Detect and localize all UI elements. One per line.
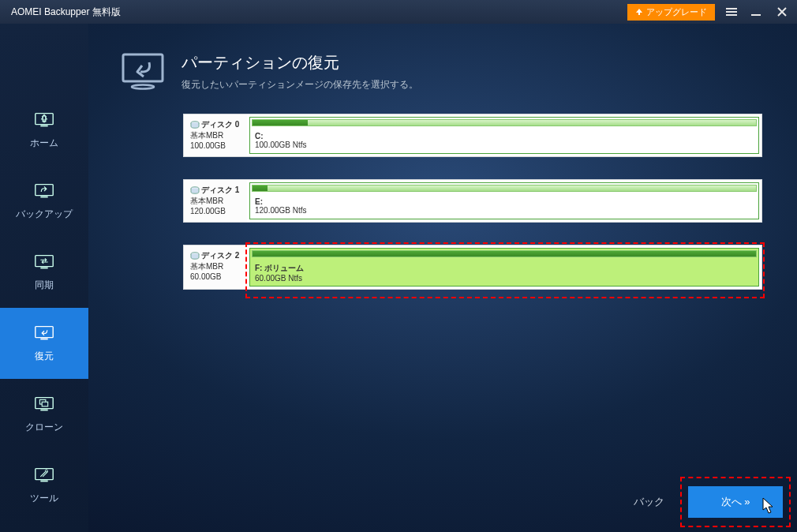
footer: バック 次へ »: [103, 486, 783, 518]
disk-card[interactable]: ディスク 0 基本MBR 100.00GB C: 100.00GB Ntfs: [183, 114, 762, 157]
disk-card[interactable]: ディスク 1 基本MBR 120.00GB E: 120.00GB Ntfs: [183, 179, 762, 223]
content-area: パーティションの復元 復元したいパーティションメージの保存先を選択する。 ディス…: [88, 24, 797, 532]
page-header: パーティションの復元 復元したいパーティションメージの保存先を選択する。: [120, 52, 765, 92]
svg-rect-7: [40, 196, 47, 197]
sidebar-item-clone[interactable]: クローン: [0, 379, 88, 450]
back-button[interactable]: バック: [623, 489, 675, 515]
sidebar-item-label: 復元: [35, 350, 54, 363]
disk-size: 120.00GB: [190, 207, 244, 215]
svg-point-20: [132, 85, 154, 89]
sidebar-item-label: 同期: [35, 279, 54, 292]
close-icon[interactable]: [773, 7, 791, 17]
sidebar-item-label: クローン: [25, 421, 63, 434]
svg-rect-1: [726, 11, 737, 13]
svg-rect-11: [40, 338, 47, 339]
sidebar-item-restore[interactable]: 復元: [0, 308, 88, 379]
partition-label: F: ボリューム: [255, 263, 754, 274]
sidebar-item-tools[interactable]: ツール: [0, 450, 88, 521]
upgrade-button[interactable]: アップグレード: [627, 4, 715, 21]
svg-rect-9: [40, 267, 47, 268]
svg-rect-10: [36, 326, 53, 337]
partition-detail: 120.00GB Ntfs: [255, 206, 754, 215]
sidebar-item-label: ツール: [30, 492, 58, 505]
partition-usage-bar: [252, 119, 757, 126]
disk-type: 基本MBR: [190, 196, 244, 207]
clone-icon: [33, 395, 55, 413]
app-title: AOMEI Backupper 無料版: [11, 6, 121, 19]
tools-icon: [33, 466, 55, 484]
svg-rect-2: [726, 14, 737, 16]
home-icon: [33, 111, 55, 129]
page-subtitle: 復元したいパーティションメージの保存先を選択する。: [181, 78, 418, 92]
partition-detail: 60.00GB Ntfs: [255, 274, 754, 283]
svg-rect-3: [751, 14, 761, 16]
titlebar: AOMEI Backupper 無料版 アップグレード: [0, 0, 797, 24]
disk-type: 基本MBR: [190, 261, 244, 272]
sidebar-item-label: バックアップ: [16, 208, 73, 221]
svg-rect-6: [36, 184, 53, 195]
partition[interactable]: F: ボリューム 60.00GB Ntfs: [249, 248, 759, 287]
menu-icon[interactable]: [723, 7, 740, 17]
next-button[interactable]: 次へ »: [688, 486, 783, 518]
partition-usage-bar: [252, 185, 757, 192]
page-title: パーティションの復元: [181, 52, 418, 73]
disk-card-selected[interactable]: ディスク 2 基本MBR 60.00GB F: ボリューム 60.00GB Nt…: [183, 245, 762, 290]
sidebar-item-label: ホーム: [30, 137, 58, 150]
disk-size: 100.00GB: [190, 141, 244, 150]
disk-info: ディスク 2 基本MBR 60.00GB: [184, 245, 247, 289]
disk-info: ディスク 0 基本MBR 100.00GB: [184, 114, 247, 156]
svg-rect-15: [42, 402, 47, 406]
partition-detail: 100.00GB Ntfs: [255, 140, 754, 149]
disk-size: 60.00GB: [190, 272, 244, 281]
upgrade-label: アップグレード: [646, 6, 707, 18]
partition-usage-bar: [252, 250, 757, 257]
svg-point-18: [45, 470, 47, 472]
backup-icon: [33, 182, 55, 200]
disk-partitions: C: 100.00GB Ntfs: [247, 114, 761, 156]
sidebar: ホーム バックアップ 同期 復元 クローン: [0, 24, 88, 532]
partition-label: E:: [255, 197, 754, 206]
svg-rect-8: [36, 255, 53, 266]
sidebar-item-backup[interactable]: バックアップ: [0, 166, 88, 237]
svg-rect-13: [40, 409, 47, 410]
disk-partitions: F: ボリューム 60.00GB Ntfs: [247, 245, 761, 289]
svg-rect-0: [726, 8, 737, 9]
partition[interactable]: C: 100.00GB Ntfs: [249, 117, 759, 154]
partition-label: C:: [255, 132, 754, 140]
sync-icon: [33, 253, 55, 271]
svg-rect-16: [36, 468, 53, 479]
disk-type: 基本MBR: [190, 130, 244, 141]
disk-partitions: E: 120.00GB Ntfs: [247, 180, 761, 222]
disk-icon: [190, 186, 200, 194]
minimize-icon[interactable]: [748, 7, 765, 17]
disk-name: ディスク 2: [190, 250, 244, 261]
disk-name: ディスク 1: [190, 185, 244, 196]
restore-large-icon: [120, 52, 166, 92]
sidebar-item-home[interactable]: ホーム: [0, 95, 88, 166]
disk-name: ディスク 0: [190, 119, 244, 130]
disk-icon: [190, 121, 200, 129]
partition[interactable]: E: 120.00GB Ntfs: [249, 182, 759, 219]
disk-icon: [190, 252, 200, 260]
disk-info: ディスク 1 基本MBR 120.00GB: [184, 180, 247, 222]
restore-icon: [33, 324, 55, 342]
svg-rect-5: [40, 125, 47, 126]
sidebar-item-sync[interactable]: 同期: [0, 237, 88, 308]
svg-rect-17: [40, 480, 47, 481]
